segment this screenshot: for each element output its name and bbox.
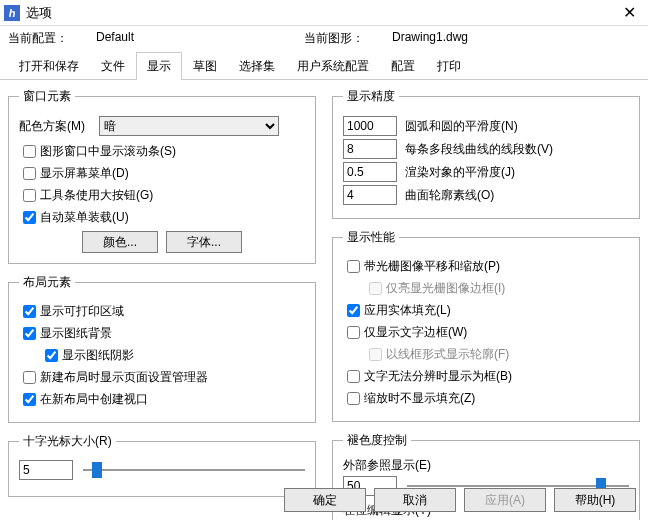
lbl-print-area: 显示可打印区域: [40, 303, 124, 320]
current-drawing-value: Drawing1.dwg: [392, 30, 592, 47]
lbl-pan-zoom-raster: 带光栅图像平移和缩放(P): [364, 258, 500, 275]
poly-seg-label: 每条多段线曲线的线段数(V): [405, 141, 553, 158]
cursor-size-input[interactable]: [19, 460, 73, 480]
chk-wire-silhouette: [369, 348, 382, 361]
legend-layout-elements: 布局元素: [19, 274, 75, 291]
lbl-paper-bg: 显示图纸背景: [40, 325, 112, 342]
apply-button[interactable]: 应用(A): [464, 488, 546, 512]
lbl-text-frame: 仅显示文字边框(W): [364, 324, 467, 341]
lbl-scrollbars: 图形窗口中显示滚动条(S): [40, 143, 176, 160]
lbl-viewport-new: 在新布局中创建视口: [40, 391, 148, 408]
dialog-buttons: 确定 取消 应用(A) 帮助(H): [284, 488, 636, 512]
render-smooth-label: 渲染对象的平滑度(J): [405, 164, 515, 181]
arc-smooth-input[interactable]: [343, 116, 397, 136]
button-fonts[interactable]: 字体...: [166, 231, 242, 253]
tab-selection[interactable]: 选择集: [228, 52, 286, 80]
tab-sketch[interactable]: 草图: [182, 52, 228, 80]
lbl-wire-silhouette: 以线框形式显示轮廓(F): [386, 346, 509, 363]
lbl-text-blob: 文字无法分辨时显示为框(B): [364, 368, 512, 385]
chk-page-setup-new[interactable]: [23, 371, 36, 384]
group-performance: 显示性能 带光栅图像平移和缩放(P) 仅亮显光栅图像边框(I) 应用实体填充(L…: [332, 229, 640, 422]
chk-print-area[interactable]: [23, 305, 36, 318]
surface-iso-input[interactable]: [343, 185, 397, 205]
dialog-title: 选项: [26, 4, 52, 22]
content-area: 窗口元素 配色方案(M) 暗 图形窗口中显示滚动条(S) 显示屏幕菜单(D) 工…: [0, 80, 648, 520]
lbl-no-fill-zoom: 缩放时不显示填充(Z): [364, 390, 475, 407]
chk-no-fill-zoom[interactable]: [347, 392, 360, 405]
lbl-paper-shadow: 显示图纸阴影: [62, 347, 134, 364]
current-drawing-label: 当前图形：: [304, 30, 384, 47]
legend-performance: 显示性能: [343, 229, 399, 246]
render-smooth-input[interactable]: [343, 162, 397, 182]
chk-paper-shadow[interactable]: [45, 349, 58, 362]
lbl-page-setup-new: 新建布局时显示页面设置管理器: [40, 369, 208, 386]
lbl-raster-frame: 仅亮显光栅图像边框(I): [386, 280, 505, 297]
lbl-solid-fill: 应用实体填充(L): [364, 302, 451, 319]
tab-print[interactable]: 打印: [426, 52, 472, 80]
tab-file[interactable]: 文件: [90, 52, 136, 80]
group-window-elements: 窗口元素 配色方案(M) 暗 图形窗口中显示滚动条(S) 显示屏幕菜单(D) 工…: [8, 88, 316, 264]
group-layout-elements: 布局元素 显示可打印区域 显示图纸背景 显示图纸阴影 新建布局时显示页面设置管理…: [8, 274, 316, 423]
current-config-label: 当前配置：: [8, 30, 88, 47]
chk-paper-bg[interactable]: [23, 327, 36, 340]
lbl-screen-menu: 显示屏幕菜单(D): [40, 165, 129, 182]
legend-cursor-size: 十字光标大小(R): [19, 433, 116, 450]
chk-auto-menu[interactable]: [23, 211, 36, 224]
ok-button[interactable]: 确定: [284, 488, 366, 512]
chk-large-toolbar[interactable]: [23, 189, 36, 202]
header-row: 当前配置： Default 当前图形： Drawing1.dwg: [0, 26, 648, 47]
surface-iso-label: 曲面轮廓素线(O): [405, 187, 494, 204]
legend-fade-control: 褪色度控制: [343, 432, 411, 449]
xref-fade-label: 外部参照显示(E): [343, 457, 629, 474]
legend-precision: 显示精度: [343, 88, 399, 105]
tab-open-save[interactable]: 打开和保存: [8, 52, 90, 80]
chk-text-frame[interactable]: [347, 326, 360, 339]
arc-smooth-label: 圆弧和圆的平滑度(N): [405, 118, 518, 135]
color-scheme-label: 配色方案(M): [19, 118, 99, 135]
chk-screen-menu[interactable]: [23, 167, 36, 180]
chk-raster-frame: [369, 282, 382, 295]
tab-config[interactable]: 配置: [380, 52, 426, 80]
chk-viewport-new[interactable]: [23, 393, 36, 406]
poly-seg-input[interactable]: [343, 139, 397, 159]
chk-pan-zoom-raster[interactable]: [347, 260, 360, 273]
color-scheme-select[interactable]: 暗: [99, 116, 279, 136]
tab-user-sys[interactable]: 用户系统配置: [286, 52, 380, 80]
tab-display[interactable]: 显示: [136, 52, 182, 80]
tab-strip: 打开和保存 文件 显示 草图 选择集 用户系统配置 配置 打印: [0, 47, 648, 80]
title-bar: 选项 ✕: [0, 0, 648, 26]
chk-solid-fill[interactable]: [347, 304, 360, 317]
group-cursor-size: 十字光标大小(R): [8, 433, 316, 497]
button-colors[interactable]: 颜色...: [82, 231, 158, 253]
lbl-auto-menu: 自动菜单装载(U): [40, 209, 129, 226]
help-button[interactable]: 帮助(H): [554, 488, 636, 512]
current-config-value: Default: [96, 30, 296, 47]
app-icon: [4, 5, 20, 21]
legend-window-elements: 窗口元素: [19, 88, 75, 105]
cursor-size-slider[interactable]: [83, 462, 305, 478]
chk-scrollbars[interactable]: [23, 145, 36, 158]
group-precision: 显示精度 圆弧和圆的平滑度(N) 每条多段线曲线的线段数(V) 渲染对象的平滑度…: [332, 88, 640, 219]
cancel-button[interactable]: 取消: [374, 488, 456, 512]
lbl-large-toolbar: 工具条使用大按钮(G): [40, 187, 153, 204]
close-icon[interactable]: ✕: [619, 3, 640, 22]
chk-text-blob[interactable]: [347, 370, 360, 383]
